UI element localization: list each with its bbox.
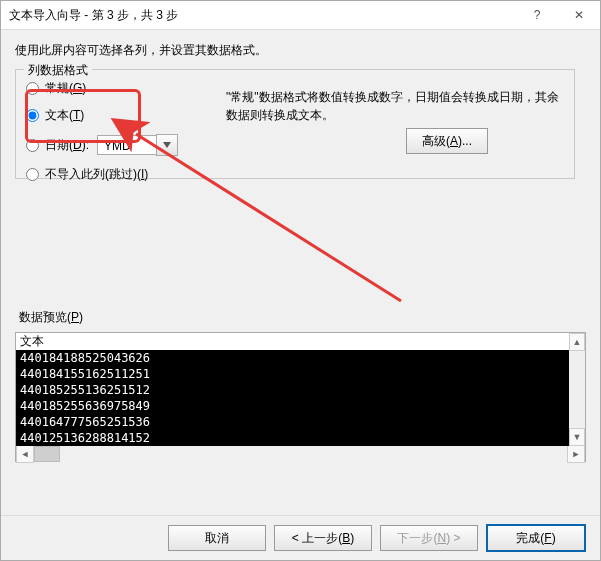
preview-horizontal-scrollbar[interactable]: ◄ ► [16, 446, 585, 462]
preview-body: 440184188525043626 440184155162511251 44… [16, 350, 585, 446]
date-format-value: YMD [97, 135, 157, 155]
back-button[interactable]: < 上一步(B) [274, 525, 372, 551]
radio-date-input[interactable] [26, 139, 39, 152]
titlebar: 文本导入向导 - 第 3 步，共 3 步 ? ✕ [1, 1, 600, 30]
scroll-v-track[interactable] [569, 351, 585, 428]
next-button: 下一步(N) > [380, 525, 478, 551]
finish-button-label: 完成(F) [516, 530, 555, 547]
radio-skip-input[interactable] [26, 168, 39, 181]
preview-label: 数据预览(P) [19, 309, 600, 326]
scroll-down-icon[interactable]: ▼ [569, 428, 585, 446]
radio-skip-label: 不导入此列(跳过)(I) [45, 166, 148, 183]
next-button-label: 下一步(N) > [397, 530, 460, 547]
radio-general-input[interactable] [26, 82, 39, 95]
column-format-fieldset: 列数据格式 常规(G) 文本(T) 日期(D): YM [15, 69, 575, 179]
help-icon: ? [534, 8, 541, 22]
preview-row: 440185255136251512 [20, 382, 581, 398]
scroll-h-thumb[interactable] [34, 446, 60, 462]
close-icon: ✕ [574, 8, 584, 22]
preview-row: 440184155162511251 [20, 366, 581, 382]
preview-row: 440185255636975849 [20, 398, 581, 414]
radio-skip[interactable]: 不导入此列(跳过)(I) [26, 166, 206, 183]
preview-column-header: 文本 [16, 333, 585, 350]
finish-button[interactable]: 完成(F) [486, 524, 586, 552]
back-button-label: < 上一步(B) [292, 530, 354, 547]
preview-row: 440164777565251536 [20, 414, 581, 430]
close-button[interactable]: ✕ [558, 1, 600, 29]
wizard-footer: 取消 < 上一步(B) 下一步(N) > 完成(F) [1, 515, 600, 560]
date-format-select[interactable]: YMD [97, 134, 178, 156]
cancel-button[interactable]: 取消 [168, 525, 266, 551]
wizard-window: 文本导入向导 - 第 3 步，共 3 步 ? ✕ 使用此屏内容可选择各列，并设置… [0, 0, 601, 561]
advanced-button-label: 高级(A)... [422, 133, 472, 150]
data-preview: 文本 440184188525043626 440184155162511251… [15, 332, 586, 462]
preview-vertical-scrollbar[interactable]: ▲ ▼ [569, 333, 585, 446]
radio-date[interactable]: 日期(D): YMD [26, 134, 206, 156]
format-description: "常规"数据格式将数值转换成数字，日期值会转换成日期，其余数据则转换成文本。 [226, 88, 564, 124]
format-description-area: "常规"数据格式将数值转换成数字，日期值会转换成日期，其余数据则转换成文本。 高… [226, 88, 564, 124]
fieldset-legend: 列数据格式 [24, 62, 92, 79]
radio-general[interactable]: 常规(G) [26, 80, 206, 97]
radio-text[interactable]: 文本(T) [26, 107, 206, 124]
scroll-left-icon[interactable]: ◄ [16, 445, 34, 463]
radio-date-label: 日期(D): [45, 137, 89, 154]
advanced-button[interactable]: 高级(A)... [406, 128, 488, 154]
cancel-button-label: 取消 [205, 530, 229, 547]
radio-text-label: 文本(T) [45, 107, 84, 124]
help-button[interactable]: ? [516, 1, 558, 29]
preview-row: 440184188525043626 [20, 350, 581, 366]
scroll-up-icon[interactable]: ▲ [569, 333, 585, 351]
scroll-right-icon[interactable]: ► [567, 445, 585, 463]
radio-general-label: 常规(G) [45, 80, 86, 97]
preview-row: 440125136288814152 [20, 430, 581, 446]
chevron-down-icon[interactable] [156, 134, 178, 156]
window-title: 文本导入向导 - 第 3 步，共 3 步 [9, 7, 516, 24]
radio-text-input[interactable] [26, 109, 39, 122]
